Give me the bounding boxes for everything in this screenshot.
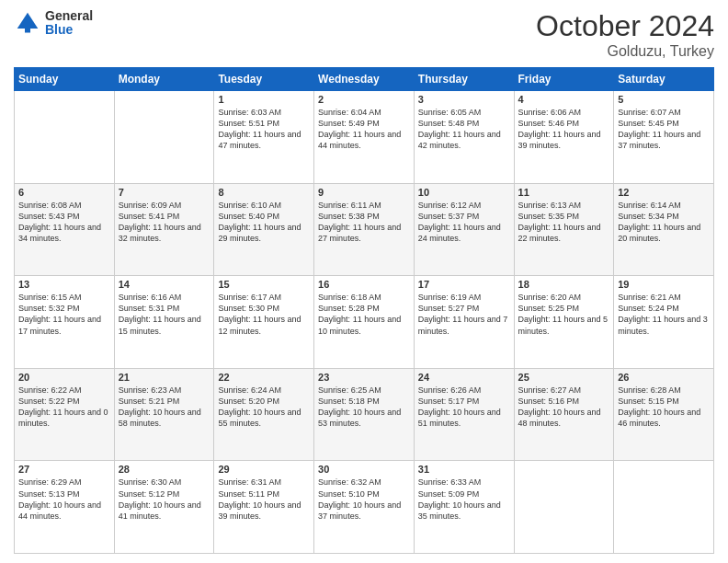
- header: General Blue October 2024 Golduzu, Turke…: [14, 9, 714, 60]
- calendar-cell: 17Sunrise: 6:19 AM Sunset: 5:27 PM Dayli…: [414, 276, 514, 369]
- logo: General Blue: [14, 9, 93, 38]
- day-number: 17: [418, 279, 510, 290]
- calendar-cell: 6Sunrise: 6:08 AM Sunset: 5:43 PM Daylig…: [15, 183, 115, 276]
- day-number: 18: [518, 279, 610, 290]
- day-number: 9: [318, 187, 410, 198]
- svg-rect-1: [25, 29, 30, 33]
- calendar-cell: 15Sunrise: 6:17 AM Sunset: 5:30 PM Dayli…: [214, 276, 314, 369]
- day-number: 8: [218, 187, 310, 198]
- week-row-5: 27Sunrise: 6:29 AM Sunset: 5:13 PM Dayli…: [15, 461, 714, 554]
- calendar-cell: 22Sunrise: 6:24 AM Sunset: 5:20 PM Dayli…: [214, 368, 314, 461]
- calendar-cell: 31Sunrise: 6:33 AM Sunset: 5:09 PM Dayli…: [414, 461, 514, 554]
- calendar-cell: 13Sunrise: 6:15 AM Sunset: 5:32 PM Dayli…: [15, 276, 115, 369]
- page: General Blue October 2024 Golduzu, Turke…: [0, 0, 728, 563]
- day-info: Sunrise: 6:06 AM Sunset: 5:46 PM Dayligh…: [518, 107, 610, 152]
- calendar-cell: 2Sunrise: 6:04 AM Sunset: 5:49 PM Daylig…: [314, 91, 415, 184]
- weekday-header-tuesday: Tuesday: [214, 68, 314, 91]
- day-number: 21: [119, 372, 210, 383]
- day-info: Sunrise: 6:32 AM Sunset: 5:10 PM Dayligh…: [318, 477, 410, 522]
- day-info: Sunrise: 6:18 AM Sunset: 5:28 PM Dayligh…: [318, 292, 410, 337]
- day-number: 15: [218, 279, 310, 290]
- calendar-cell: 16Sunrise: 6:18 AM Sunset: 5:28 PM Dayli…: [314, 276, 415, 369]
- day-number: 16: [318, 279, 410, 290]
- calendar-cell: 23Sunrise: 6:25 AM Sunset: 5:18 PM Dayli…: [314, 368, 415, 461]
- day-number: 13: [18, 279, 110, 290]
- logo-blue-text: Blue: [45, 23, 93, 37]
- calendar-cell: 5Sunrise: 6:07 AM Sunset: 5:45 PM Daylig…: [614, 91, 714, 184]
- calendar-cell: 3Sunrise: 6:05 AM Sunset: 5:48 PM Daylig…: [414, 91, 514, 184]
- calendar-cell: 10Sunrise: 6:12 AM Sunset: 5:37 PM Dayli…: [414, 183, 514, 276]
- week-row-1: 1Sunrise: 6:03 AM Sunset: 5:51 PM Daylig…: [15, 91, 714, 184]
- calendar-cell: [514, 461, 614, 554]
- day-info: Sunrise: 6:23 AM Sunset: 5:21 PM Dayligh…: [119, 385, 210, 430]
- svg-marker-0: [17, 13, 39, 29]
- day-number: 1: [218, 94, 310, 105]
- week-row-3: 13Sunrise: 6:15 AM Sunset: 5:32 PM Dayli…: [15, 276, 714, 369]
- location-title: Golduzu, Turkey: [536, 43, 714, 60]
- calendar-cell: [614, 461, 714, 554]
- weekday-header-sunday: Sunday: [15, 68, 115, 91]
- day-info: Sunrise: 6:10 AM Sunset: 5:40 PM Dayligh…: [218, 200, 310, 245]
- day-number: 12: [618, 187, 710, 198]
- calendar-cell: 1Sunrise: 6:03 AM Sunset: 5:51 PM Daylig…: [214, 91, 314, 184]
- day-info: Sunrise: 6:27 AM Sunset: 5:16 PM Dayligh…: [518, 385, 610, 430]
- day-info: Sunrise: 6:12 AM Sunset: 5:37 PM Dayligh…: [418, 200, 510, 245]
- day-number: 26: [618, 372, 710, 383]
- week-row-4: 20Sunrise: 6:22 AM Sunset: 5:22 PM Dayli…: [15, 368, 714, 461]
- calendar-cell: [114, 91, 214, 184]
- day-info: Sunrise: 6:17 AM Sunset: 5:30 PM Dayligh…: [218, 292, 310, 337]
- calendar-cell: 7Sunrise: 6:09 AM Sunset: 5:41 PM Daylig…: [114, 183, 214, 276]
- day-info: Sunrise: 6:03 AM Sunset: 5:51 PM Dayligh…: [218, 107, 310, 152]
- day-number: 4: [518, 94, 610, 105]
- day-number: 6: [18, 187, 110, 198]
- day-number: 29: [218, 464, 310, 475]
- day-number: 5: [618, 94, 710, 105]
- day-info: Sunrise: 6:21 AM Sunset: 5:24 PM Dayligh…: [618, 292, 710, 337]
- day-number: 20: [18, 372, 110, 383]
- weekday-header-friday: Friday: [514, 68, 614, 91]
- calendar-cell: 12Sunrise: 6:14 AM Sunset: 5:34 PM Dayli…: [614, 183, 714, 276]
- week-row-2: 6Sunrise: 6:08 AM Sunset: 5:43 PM Daylig…: [15, 183, 714, 276]
- calendar-cell: [15, 91, 115, 184]
- day-number: 3: [418, 94, 510, 105]
- calendar-table: SundayMondayTuesdayWednesdayThursdayFrid…: [14, 67, 714, 554]
- weekday-header-thursday: Thursday: [414, 68, 514, 91]
- day-number: 25: [518, 372, 610, 383]
- calendar-cell: 20Sunrise: 6:22 AM Sunset: 5:22 PM Dayli…: [15, 368, 115, 461]
- calendar-cell: 8Sunrise: 6:10 AM Sunset: 5:40 PM Daylig…: [214, 183, 314, 276]
- calendar-cell: 25Sunrise: 6:27 AM Sunset: 5:16 PM Dayli…: [514, 368, 614, 461]
- day-info: Sunrise: 6:16 AM Sunset: 5:31 PM Dayligh…: [119, 292, 210, 337]
- calendar-cell: 19Sunrise: 6:21 AM Sunset: 5:24 PM Dayli…: [614, 276, 714, 369]
- weekday-header-row: SundayMondayTuesdayWednesdayThursdayFrid…: [15, 68, 714, 91]
- day-number: 31: [418, 464, 510, 475]
- day-info: Sunrise: 6:07 AM Sunset: 5:45 PM Dayligh…: [618, 107, 710, 152]
- day-info: Sunrise: 6:20 AM Sunset: 5:25 PM Dayligh…: [518, 292, 610, 337]
- day-info: Sunrise: 6:14 AM Sunset: 5:34 PM Dayligh…: [618, 200, 710, 245]
- weekday-header-wednesday: Wednesday: [314, 68, 415, 91]
- calendar-cell: 18Sunrise: 6:20 AM Sunset: 5:25 PM Dayli…: [514, 276, 614, 369]
- day-number: 27: [18, 464, 110, 475]
- calendar-cell: 21Sunrise: 6:23 AM Sunset: 5:21 PM Dayli…: [114, 368, 214, 461]
- day-info: Sunrise: 6:24 AM Sunset: 5:20 PM Dayligh…: [218, 385, 310, 430]
- calendar-cell: 28Sunrise: 6:30 AM Sunset: 5:12 PM Dayli…: [114, 461, 214, 554]
- logo-text: General Blue: [45, 9, 93, 38]
- calendar-cell: 11Sunrise: 6:13 AM Sunset: 5:35 PM Dayli…: [514, 183, 614, 276]
- day-number: 19: [618, 279, 710, 290]
- day-info: Sunrise: 6:28 AM Sunset: 5:15 PM Dayligh…: [618, 385, 710, 430]
- weekday-header-saturday: Saturday: [614, 68, 714, 91]
- day-info: Sunrise: 6:09 AM Sunset: 5:41 PM Dayligh…: [119, 200, 210, 245]
- day-info: Sunrise: 6:33 AM Sunset: 5:09 PM Dayligh…: [418, 477, 510, 522]
- weekday-header-monday: Monday: [114, 68, 214, 91]
- calendar-cell: 27Sunrise: 6:29 AM Sunset: 5:13 PM Dayli…: [15, 461, 115, 554]
- day-info: Sunrise: 6:31 AM Sunset: 5:11 PM Dayligh…: [218, 477, 310, 522]
- day-number: 14: [119, 279, 210, 290]
- day-info: Sunrise: 6:30 AM Sunset: 5:12 PM Dayligh…: [119, 477, 210, 522]
- calendar-cell: 30Sunrise: 6:32 AM Sunset: 5:10 PM Dayli…: [314, 461, 415, 554]
- calendar-cell: 14Sunrise: 6:16 AM Sunset: 5:31 PM Dayli…: [114, 276, 214, 369]
- calendar-cell: 24Sunrise: 6:26 AM Sunset: 5:17 PM Dayli…: [414, 368, 514, 461]
- day-number: 23: [318, 372, 410, 383]
- day-number: 11: [518, 187, 610, 198]
- calendar-cell: 29Sunrise: 6:31 AM Sunset: 5:11 PM Dayli…: [214, 461, 314, 554]
- day-info: Sunrise: 6:25 AM Sunset: 5:18 PM Dayligh…: [318, 385, 410, 430]
- day-number: 22: [218, 372, 310, 383]
